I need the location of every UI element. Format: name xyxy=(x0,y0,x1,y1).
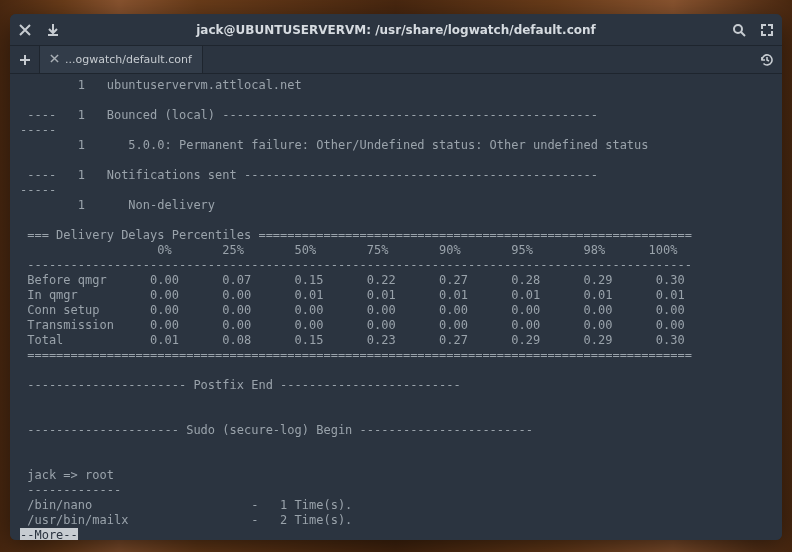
tabbar: ...ogwatch/default.conf xyxy=(10,46,782,74)
terminal-window: jack@UBUNTUSERVERVM: /usr/share/logwatch… xyxy=(10,14,782,540)
new-tab-button[interactable] xyxy=(10,46,40,73)
tab-active[interactable]: ...ogwatch/default.conf xyxy=(40,46,203,73)
titlebar: jack@UBUNTUSERVERVM: /usr/share/logwatch… xyxy=(10,14,782,46)
svg-point-0 xyxy=(734,25,742,33)
tab-spacer xyxy=(203,46,752,73)
terminal-output[interactable]: 1 ubuntuservervm.attlocal.net ---- 1 Bou… xyxy=(10,74,782,540)
window-title: jack@UBUNTUSERVERVM: /usr/share/logwatch… xyxy=(60,23,732,37)
tab-label: ...ogwatch/default.conf xyxy=(65,53,192,66)
close-icon[interactable] xyxy=(18,23,32,37)
fullscreen-icon[interactable] xyxy=(760,23,774,37)
download-icon[interactable] xyxy=(46,23,60,37)
more-prompt[interactable]: --More-- xyxy=(20,528,78,540)
history-icon[interactable] xyxy=(752,46,782,73)
search-icon[interactable] xyxy=(732,23,746,37)
tab-close-icon[interactable] xyxy=(50,53,59,66)
